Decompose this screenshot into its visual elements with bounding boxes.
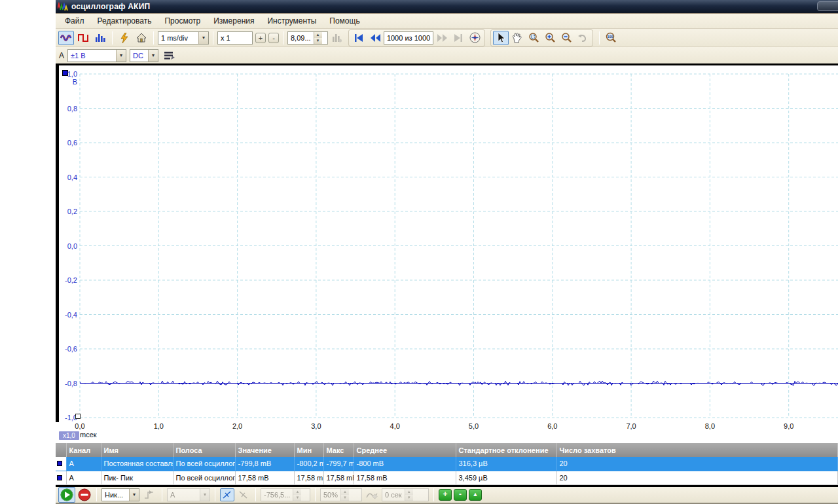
measurement-cell[interactable]: 17,58 mВ: [354, 471, 456, 484]
chevron-down-icon: ▾: [148, 50, 158, 62]
remove-measurement-button[interactable]: -: [454, 489, 467, 501]
menu-item-4[interactable]: Инструменты: [261, 14, 323, 27]
measurement-cell[interactable]: A: [66, 457, 101, 471]
add-measurement-button[interactable]: +: [439, 489, 452, 501]
trigger-mode-combobox[interactable]: Ник... ▾: [101, 488, 139, 501]
measurement-cell[interactable]: 3,459 µВ: [456, 471, 556, 484]
spinner-arrows-icon[interactable]: ▲▼: [314, 32, 322, 44]
measurement-cell[interactable]: Пик- Пик: [101, 471, 173, 484]
table-column-header[interactable]: Среднее: [354, 443, 456, 457]
rising-edge-icon: [222, 490, 232, 499]
spectrum-view-button[interactable]: [75, 31, 91, 45]
x-axis-tick-label: 4,0: [382, 422, 408, 430]
trigger-mode-value: Ник...: [102, 491, 129, 499]
trigger-threshold-value: 50%: [321, 489, 340, 501]
trigger-toolbar: Ник... ▾ A ▾ -7: [56, 487, 838, 504]
table-column-header[interactable]: Мин: [294, 443, 323, 457]
measurement-cell[interactable]: По всей осциллограмме: [173, 471, 235, 484]
normal-selection-button[interactable]: [493, 31, 509, 45]
title-bar[interactable]: осциллограф АКИП: [56, 0, 838, 13]
start-capture-button[interactable]: [58, 487, 75, 503]
app-window: осциллограф АКИП ФайлРедактироватьПросмо…: [56, 0, 838, 504]
waveform-view[interactable]: 1,00,80,60,40,20,0-0,2-0,4-0,6-0,8-1,0В0…: [56, 65, 838, 443]
toolbar-separator: [599, 31, 600, 45]
table-column-header[interactable]: Имя: [101, 443, 173, 457]
table-column-header[interactable]: Канал: [66, 443, 101, 457]
decrease-button[interactable]: -: [268, 33, 279, 43]
home-button[interactable]: [134, 31, 149, 45]
marquee-zoom-button[interactable]: [526, 31, 541, 45]
menu-item-1[interactable]: Редактировать: [91, 14, 158, 27]
table-column-header[interactable]: Стандартное отклонение: [456, 443, 556, 457]
trigger-origin-handle[interactable]: [75, 414, 81, 419]
menu-item-3[interactable]: Измерения: [207, 14, 261, 27]
channel-options-button[interactable]: [162, 48, 177, 63]
offset-spinner[interactable]: 8,09... ▲▼: [287, 31, 328, 45]
hand-tool-button[interactable]: [509, 31, 525, 45]
buffer-position-value: 1000 из 1000: [387, 34, 430, 42]
measurement-row[interactable]: AПостоянная составляющаяПо всей осциллог…: [56, 457, 838, 471]
oversample-value: x 1: [218, 32, 233, 44]
x-axis-unit: mсек: [80, 431, 97, 439]
histogram-icon: [95, 33, 105, 43]
scope-view-button[interactable]: [58, 31, 74, 45]
increase-button[interactable]: +: [255, 33, 266, 43]
channel-color-square-icon: [57, 461, 62, 466]
coupling-combobox[interactable]: DC ▾: [130, 49, 158, 62]
toolbar-separator: [112, 31, 113, 45]
measurement-row[interactable]: AПик- ПикПо всей осциллограмме17,58 mВ17…: [56, 471, 838, 484]
buffer-overview-button[interactable]: [467, 31, 483, 45]
zoom-in-button[interactable]: [542, 31, 558, 45]
play-icon: [60, 488, 73, 501]
table-column-header[interactable]: Значение: [235, 443, 294, 457]
zoom-out-button[interactable]: [558, 31, 574, 45]
chevron-down-icon: ▾: [200, 489, 210, 501]
measurement-cell[interactable]: -800 mВ: [354, 457, 456, 471]
first-buffer-button[interactable]: [351, 31, 367, 45]
measurement-cell[interactable]: По всей осциллограмме: [173, 457, 235, 471]
previous-buffer-button[interactable]: [367, 31, 383, 45]
toolbar-separator: [255, 488, 256, 501]
menu-item-2[interactable]: Просмотр: [158, 14, 207, 27]
measurement-cell[interactable]: 20: [556, 457, 838, 471]
buffer-position-field[interactable]: 1000 из 1000: [384, 31, 433, 45]
timebase-combobox[interactable]: 1 ms/div ▾: [158, 31, 209, 45]
x-scale-badge: x1,0: [59, 431, 79, 440]
measurement-cell[interactable]: A: [66, 471, 101, 484]
measurement-cell[interactable]: -800,2 mВ: [294, 457, 323, 471]
plot-canvas[interactable]: [56, 65, 838, 443]
trigger-step-icon: [144, 490, 155, 499]
trigger-delay-spinner: 0 сек ▲▼: [382, 488, 429, 501]
stop-capture-button[interactable]: [77, 488, 92, 502]
oversample-field[interactable]: x 1: [217, 31, 253, 45]
desktop: осциллограф АКИП ФайлРедактироватьПросмо…: [0, 0, 838, 504]
measurements-tool-button: [329, 31, 345, 45]
menu-item-0[interactable]: Файл: [58, 14, 91, 27]
rising-edge-button[interactable]: [220, 488, 234, 501]
table-column-header[interactable]: Полоса: [173, 443, 235, 457]
measurement-cell[interactable]: -799,8 mВ: [235, 457, 294, 471]
measurement-cell[interactable]: 17,58 mВ: [235, 471, 294, 484]
table-column-header[interactable]: Число захватов: [556, 443, 838, 457]
toolbar-separator: [283, 31, 283, 45]
buffer-navigation-group: 1000 из 1000: [348, 29, 485, 46]
auto-setup-button[interactable]: [117, 31, 132, 45]
edit-measurement-button[interactable]: ▲: [469, 489, 482, 501]
measurement-cell[interactable]: Постоянная составляющая: [101, 457, 173, 471]
lightning-icon: [120, 33, 129, 43]
x-axis-tick-label: 0,0: [67, 422, 93, 430]
close-button[interactable]: [817, 1, 838, 11]
channel-range-combobox[interactable]: ±1 В ▾: [67, 49, 126, 62]
channel-options-icon: [164, 51, 175, 60]
measurement-cell[interactable]: 316,3 µВ: [456, 457, 556, 471]
zoom-in-icon: [545, 32, 556, 43]
menu-item-5[interactable]: Помощь: [323, 14, 366, 27]
measurement-cell[interactable]: -799,7 mВ: [323, 457, 354, 471]
falling-edge-button: [236, 488, 251, 501]
measurement-cell[interactable]: 17,58 mВ: [323, 471, 354, 484]
persistence-view-button[interactable]: [92, 31, 108, 45]
table-column-header[interactable]: Макс: [323, 443, 354, 457]
measurement-cell[interactable]: 17,58 mВ: [294, 471, 323, 484]
measurement-cell[interactable]: 20: [556, 471, 838, 484]
zoom-100-button[interactable]: 100: [604, 31, 622, 45]
